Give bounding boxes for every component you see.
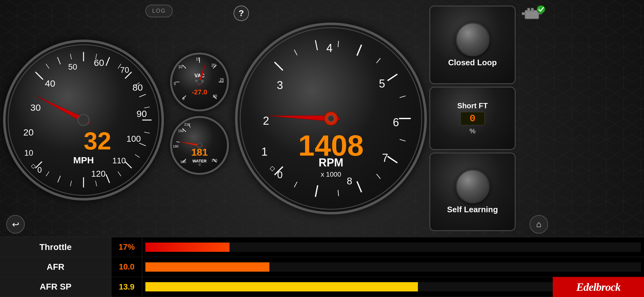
svg-line-67 [176,142,180,142]
back-icon: ↩ [12,219,19,230]
svg-text:2: 2 [263,114,269,127]
svg-text:110: 110 [112,156,126,165]
short-ft-unit: % [470,127,476,135]
svg-line-33 [144,132,150,133]
svg-text:20: 20 [211,63,216,67]
svg-text:0: 0 [37,165,42,174]
home-button[interactable]: ⌂ [530,215,548,234]
svg-line-27 [46,64,49,68]
svg-line-103 [294,182,297,187]
throttle-value: 17% [111,237,142,257]
bottom-bars: Throttle 17% AFR 10.0 AFR SP [0,237,644,297]
throttle-value-text: 17% [118,242,135,252]
edelbrock-text: Edelbrock [576,281,620,294]
afr-bar-track [145,262,641,272]
svg-line-48 [182,65,186,68]
svg-text:70: 70 [120,65,129,75]
svg-text:210: 210 [184,123,190,126]
svg-text:32: 32 [84,127,111,155]
svg-text:181: 181 [191,147,208,158]
main-content: 0 10 20 30 40 [0,0,644,297]
svg-line-84 [388,74,397,80]
edelbrock-logo: Edelbrock [553,277,644,297]
self-learning-label: Self Learning [447,205,498,214]
short-ft-indicator: Short FT 0 % [429,87,516,150]
svg-text:120: 120 [91,169,106,179]
svg-text:100: 100 [127,134,141,144]
afr-value-text: 10.0 [119,262,135,272]
svg-text:6: 6 [393,116,399,129]
engine-icon [522,5,547,23]
svg-line-99 [400,96,406,97]
svg-line-32 [144,107,150,108]
rpm-svg: 0 1 2 3 4 [235,23,427,214]
log-button[interactable]: LOG [145,5,173,17]
afr-sp-value: 13.9 [111,277,142,297]
throttle-row: Throttle 17% [0,237,644,257]
svg-text:5: 5 [174,82,176,86]
svg-line-97 [338,41,339,47]
svg-text:x 1000: x 1000 [321,170,341,178]
svg-text:20: 20 [23,127,33,137]
svg-text:MPH: MPH [73,155,94,165]
svg-text:WATER: WATER [192,159,207,163]
svg-line-90 [357,181,362,192]
throttle-label: Throttle [0,237,111,257]
svg-line-3 [58,57,61,64]
svg-text:◇: ◇ [270,164,275,172]
svg-point-62 [197,80,202,84]
svg-text:30: 30 [213,94,217,98]
svg-text:4: 4 [326,42,333,54]
svg-line-17 [125,161,131,168]
svg-point-116 [537,6,545,13]
rpm-gauge: 0 1 2 3 4 [235,23,427,214]
svg-line-92 [316,185,318,196]
throttle-bar-fill [145,243,230,252]
svg-text:7: 7 [382,152,388,164]
afr-sp-value-text: 13.9 [119,282,135,292]
short-ft-value-display: 0 [460,112,485,126]
throttle-bar-track [145,243,641,252]
afr-row: AFR 10.0 [0,257,644,277]
home-icon: ⌂ [536,219,542,229]
svg-text:VAC: VAC [195,73,205,78]
afr-bar-fill [145,262,269,272]
svg-line-34 [135,154,140,157]
svg-line-23 [58,176,61,182]
svg-rect-113 [531,8,534,11]
help-icon: ? [238,8,244,18]
svg-text:10: 10 [24,148,33,157]
svg-line-19 [106,174,109,183]
short-ft-label: Short FT [457,101,488,110]
afr-sp-label-text: AFR SP [40,282,71,292]
engine-svg [522,6,547,23]
gauges-area: 0 10 20 30 40 [0,0,644,237]
svg-point-77 [197,143,202,148]
svg-line-37 [70,181,71,186]
short-ft-value: 0 [470,113,475,124]
svg-line-102 [338,190,339,196]
svg-text:8: 8 [347,175,352,187]
svg-line-100 [400,139,406,141]
afr-sp-row: AFR SP 13.9 [0,277,644,297]
afr-value: 10.0 [111,257,142,277]
speedometer-gauge: 0 10 20 30 40 [3,40,164,200]
vac-gauge: 0 5 10 15 20 [170,53,229,111]
back-button[interactable]: ↩ [6,215,25,234]
svg-text:30: 30 [30,102,41,113]
svg-text:◇: ◇ [31,162,36,169]
svg-text:1408: 1408 [298,129,363,162]
svg-text:90: 90 [136,109,147,119]
svg-rect-112 [527,8,530,11]
svg-line-98 [376,58,380,63]
afr-label-text: AFR [47,262,65,272]
short-ft-display-row: 0 [460,112,485,126]
svg-line-78 [275,62,283,70]
svg-line-80 [316,40,317,50]
svg-rect-111 [525,10,539,19]
help-button[interactable]: ? [234,6,249,21]
svg-line-101 [376,174,380,179]
svg-text:50: 50 [68,62,77,71]
svg-line-35 [118,171,121,176]
svg-text:0: 0 [182,97,185,101]
